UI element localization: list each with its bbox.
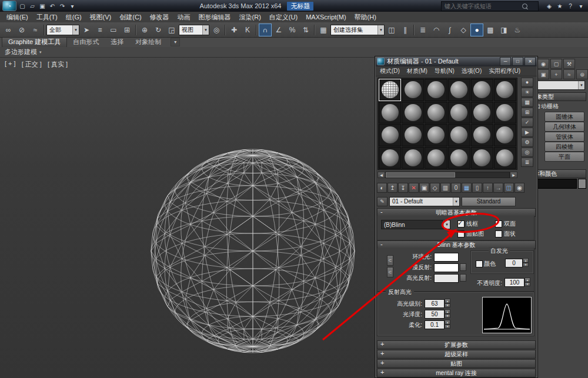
go-forward-sibling-button[interactable]: → [493, 183, 503, 193]
object-type-button[interactable]: 几何球体 [544, 122, 584, 132]
me-menu-item[interactable]: 材质(M) [403, 67, 431, 75]
project-menu-icon[interactable]: ▾ [68, 1, 77, 11]
material-sample-slot[interactable] [448, 124, 470, 146]
me-menu-item[interactable]: 实用程序(U) [485, 67, 524, 75]
material-sample-slot[interactable] [402, 147, 424, 169]
spinner-up-icon[interactable]: ▴ [445, 320, 450, 325]
scrollbar-thumb[interactable] [386, 172, 455, 178]
make-preview-icon[interactable]: ▶ [521, 128, 533, 137]
object-type-button[interactable]: 四棱锥 [544, 142, 584, 152]
maximize-button[interactable]: □ [512, 57, 523, 66]
material-sample-slot[interactable] [379, 79, 401, 101]
select-by-material-icon[interactable]: ◎ [521, 148, 533, 157]
material-sample-slot[interactable] [425, 79, 447, 101]
material-editor-titlebar[interactable]: 材质编辑器 - 01 - Default ─□✕ [375, 56, 537, 66]
polygon-modeling-panel[interactable]: 多边形建模 [5, 48, 37, 56]
graphite-toggle-button[interactable]: ◠ [430, 24, 443, 36]
video-color-check-icon[interactable]: ✓ [521, 118, 533, 127]
specular-color-swatch[interactable] [434, 274, 459, 283]
systems-category[interactable]: ⊚ [576, 69, 588, 79]
infocenter-menu-icon[interactable]: ▾ [576, 1, 586, 11]
select-by-name-button[interactable]: ≡ [93, 24, 106, 36]
rectangular-selection-region-button[interactable]: ▭ [107, 24, 120, 36]
material-sample-slot[interactable] [379, 147, 401, 169]
material-sample-slot[interactable] [471, 124, 493, 146]
3dsmax-logo[interactable]: ◔ [2, 1, 16, 11]
material-sample-slot[interactable] [494, 147, 516, 169]
favorites-icon[interactable]: ★ [555, 1, 564, 11]
material-sample-slot[interactable] [379, 124, 401, 146]
self-illum-color-checkbox[interactable] [476, 260, 483, 267]
material-options-button[interactable]: ◉ [514, 183, 524, 193]
supersampling-rollout[interactable]: +超级采样 [377, 350, 536, 359]
space-warps-category[interactable]: ≈ [563, 69, 575, 79]
wireframe-checkbox[interactable]: 线框 [457, 220, 478, 228]
put-material-to-scene-button[interactable]: ↥ [387, 183, 397, 193]
search-input[interactable] [443, 2, 522, 10]
select-object-button[interactable]: ➤ [80, 24, 93, 36]
scrollbar-track[interactable] [385, 172, 510, 178]
faceted-checkbox[interactable]: 面状 [495, 230, 516, 238]
spinner-down-icon[interactable]: ▾ [445, 314, 450, 319]
material-sample-slot[interactable] [471, 102, 493, 124]
minimize-button[interactable]: ─ [500, 57, 511, 66]
make-material-copy-button[interactable]: ▣ [419, 183, 429, 193]
communication-center-icon[interactable]: ◈ [544, 1, 554, 11]
map-button[interactable] [460, 274, 466, 282]
menubar-item[interactable]: 自定义(U) [265, 12, 302, 22]
undo-icon[interactable]: ↶ [48, 1, 57, 11]
scroll-right-icon[interactable]: ▶ [510, 172, 517, 178]
material-sample-slot[interactable] [471, 147, 493, 169]
mental-ray-rollout[interactable]: +mental ray 连接 [377, 369, 536, 377]
viewport-general-menu[interactable]: [ + ] [5, 60, 16, 69]
material-sample-slot[interactable] [494, 102, 516, 124]
menubar-item[interactable]: 视图(V) [86, 12, 116, 22]
menubar-item[interactable]: 帮助(H) [350, 12, 380, 22]
wireframe-checkbox-box[interactable] [457, 220, 465, 228]
spinner-down-icon[interactable]: ▾ [524, 282, 530, 287]
soften-value[interactable]: 0.1 [425, 320, 445, 329]
align-button[interactable]: ∥ [399, 24, 412, 36]
go-to-parent-button[interactable]: ↑ [483, 183, 493, 193]
rendered-frame-button[interactable]: ◨ [497, 24, 510, 36]
utilities-tab[interactable]: ⚒ [563, 59, 575, 69]
two-sided-checkbox-box[interactable] [495, 220, 502, 228]
me-menu-item[interactable]: 选项(O) [458, 67, 485, 75]
sample-window-button[interactable]: ◫ [504, 183, 514, 193]
material-sample-slot[interactable] [494, 124, 516, 146]
map-button[interactable] [460, 263, 466, 271]
specular-level-value[interactable]: 63 [425, 299, 445, 308]
edit-named-selections-button[interactable]: ▦ [317, 24, 330, 36]
keyboard-override-button[interactable]: K [241, 24, 254, 36]
select-and-link-button[interactable]: ∞ [2, 24, 15, 36]
menubar-item[interactable]: 组(G) [62, 12, 86, 22]
material-map-navigator-icon[interactable]: ≣ [521, 158, 533, 167]
unlink-selection-button[interactable]: ⊘ [15, 24, 28, 36]
close-button[interactable]: ✕ [524, 57, 536, 66]
maps-rollout[interactable]: +贴图 [377, 359, 536, 368]
material-id-channel-button[interactable]: 0 [451, 183, 461, 193]
lock-ambient-diffuse-button[interactable]: ⊂ [387, 255, 393, 266]
cameras-category[interactable]: ▣ [537, 69, 549, 79]
material-sample-slot[interactable] [402, 102, 424, 124]
ambient-color-swatch[interactable] [434, 253, 459, 262]
help-icon[interactable]: ? [566, 1, 575, 11]
viewport-shading-menu[interactable]: [ 真实 ] [48, 60, 68, 69]
snap-toggle-button[interactable]: ∩ [259, 24, 272, 36]
spinner-up-icon[interactable]: ▴ [524, 277, 530, 282]
layer-manager-button[interactable]: ≣ [416, 24, 429, 36]
scroll-left-icon[interactable]: ◀ [377, 172, 385, 178]
extended-parameters-rollout[interactable]: +扩展参数 [377, 340, 536, 349]
spinner-snap-button[interactable]: ⇅ [299, 24, 312, 36]
ribbon-tab[interactable]: 自由形式 [67, 36, 105, 47]
percent-snap-button[interactable]: % [286, 24, 299, 36]
faceted-checkbox-box[interactable] [495, 230, 502, 237]
assign-material-to-selection-button[interactable]: ↧ [398, 183, 408, 193]
named-selection-dropdown[interactable]: 创建选择集▼ [330, 25, 385, 35]
put-to-library-button[interactable]: ▥ [440, 183, 450, 193]
opacity-value[interactable]: 100 [505, 278, 524, 287]
face-map-checkbox[interactable]: 面贴图 [457, 230, 484, 238]
material-sample-slot[interactable] [425, 147, 447, 169]
material-sample-slot[interactable] [448, 147, 470, 169]
menubar-item[interactable]: 创建(C) [115, 12, 145, 22]
